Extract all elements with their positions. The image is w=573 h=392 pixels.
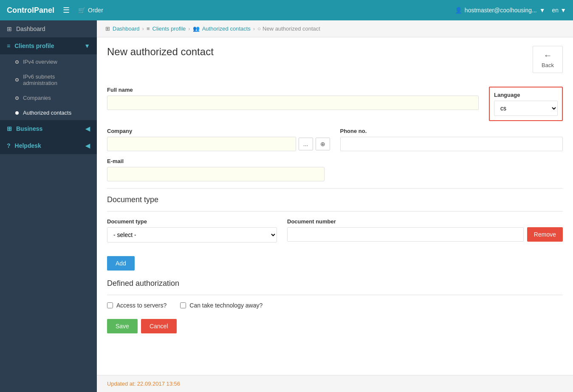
doc-number-input[interactable] bbox=[287, 227, 524, 242]
page-title: New authorized contact bbox=[107, 46, 214, 58]
breadcrumb-icon-clients: ≡ bbox=[147, 25, 150, 32]
add-button[interactable]: Add bbox=[107, 256, 135, 271]
lang-arrow-icon: ▼ bbox=[560, 7, 566, 14]
group-doc-type: Document type - select - Passport ID Car… bbox=[107, 218, 277, 249]
take-technology-text: Can take technology away? bbox=[189, 302, 263, 309]
sidebar-business-label: Business bbox=[16, 125, 42, 132]
footer: Updated at: 22.09.2017 13:56 bbox=[97, 375, 573, 392]
clients-profile-icon: ≡ bbox=[7, 42, 10, 49]
email-input[interactable] bbox=[107, 167, 325, 181]
sidebar: ⊞ Dashboard ≡ Clients profile ▼ IPv4 ove… bbox=[0, 20, 97, 392]
divider-1 bbox=[107, 188, 563, 189]
helpdesk-arrow-icon: ◀ bbox=[85, 142, 90, 149]
sidebar-item-authorized-contacts[interactable]: Authorized contacts bbox=[0, 105, 97, 120]
phone-input[interactable] bbox=[340, 137, 563, 151]
content-header: New authorized contact ← Back bbox=[97, 37, 573, 80]
fullname-label: Full name bbox=[107, 87, 479, 93]
order-label: Order bbox=[88, 7, 103, 14]
breadcrumb-clients-profile[interactable]: Clients profile bbox=[152, 25, 186, 32]
sidebar-ipv6-label: IPv6 subnets administration bbox=[23, 73, 90, 86]
access-servers-label[interactable]: Access to servers? bbox=[107, 302, 167, 309]
navbar-right: 👤 hostmaster@coolhousing... ▼ en ▼ bbox=[455, 7, 566, 14]
authorized-contacts-dot-icon bbox=[15, 111, 19, 115]
main-layout: ⊞ Dashboard ≡ Clients profile ▼ IPv4 ove… bbox=[0, 20, 573, 392]
doc-number-row: Remove bbox=[287, 227, 563, 242]
navbar: ControlPanel ☰ 🛒 Order 👤 hostmaster@cool… bbox=[0, 0, 573, 20]
document-type-section-title: Document type bbox=[107, 195, 563, 204]
row-company-phone: Company ... ⊕ Phone no. bbox=[107, 128, 563, 151]
sidebar-item-clients-profile[interactable]: ≡ Clients profile ▼ bbox=[0, 37, 97, 54]
company-plus-button[interactable]: ⊕ bbox=[316, 138, 330, 150]
doc-type-row: - select - Passport ID Card Driving Lice… bbox=[107, 227, 277, 243]
sidebar-item-helpdesk[interactable]: ? Helpdesk ◀ bbox=[0, 137, 97, 154]
group-email: E-mail bbox=[107, 158, 325, 181]
sidebar-item-business[interactable]: ⊞ Business ◀ bbox=[0, 120, 97, 137]
breadcrumb-sep-1: › bbox=[142, 25, 144, 32]
language-selector[interactable]: en ▼ bbox=[552, 7, 566, 14]
language-select[interactable]: cs en de sk bbox=[494, 101, 558, 116]
back-label: Back bbox=[542, 62, 554, 68]
order-link[interactable]: 🛒 Order bbox=[78, 7, 103, 14]
business-icon: ⊞ bbox=[7, 125, 12, 132]
dashboard-icon: ⊞ bbox=[7, 25, 12, 32]
sidebar-item-dashboard[interactable]: ⊞ Dashboard bbox=[0, 20, 97, 37]
sidebar-helpdesk-label: Helpdesk bbox=[15, 142, 41, 149]
access-servers-checkbox[interactable] bbox=[107, 302, 113, 308]
cancel-button[interactable]: Cancel bbox=[141, 319, 177, 333]
menu-icon[interactable]: ☰ bbox=[63, 6, 70, 15]
breadcrumb-dashboard[interactable]: Dashboard bbox=[113, 25, 140, 32]
language-label: Language bbox=[494, 92, 558, 98]
doc-number-label: Document number bbox=[287, 218, 563, 225]
row-email: E-mail bbox=[107, 158, 563, 181]
back-button[interactable]: ← Back bbox=[533, 46, 563, 73]
order-cart-icon: 🛒 bbox=[78, 7, 85, 14]
defined-auth-title: Defined authorization bbox=[107, 279, 563, 288]
sidebar-companies-label: Companies bbox=[23, 95, 51, 101]
breadcrumb-sep-3: › bbox=[253, 25, 255, 32]
save-button[interactable]: Save bbox=[107, 319, 138, 333]
sidebar-item-ipv6[interactable]: IPv6 subnets administration bbox=[0, 69, 97, 90]
language-section: Language cs en de sk bbox=[489, 87, 563, 121]
updated-label: Updated at: 22.09.2017 13:56 bbox=[107, 381, 180, 387]
take-technology-label[interactable]: Can take technology away? bbox=[180, 302, 263, 309]
lang-label: en bbox=[552, 7, 559, 14]
clients-arrow-icon: ▼ bbox=[84, 42, 90, 49]
doc-type-select[interactable]: - select - Passport ID Card Driving Lice… bbox=[107, 227, 277, 243]
group-phone: Phone no. bbox=[340, 128, 563, 151]
ipv6-dot-icon bbox=[15, 78, 19, 82]
brand-logo: ControlPanel bbox=[7, 6, 54, 15]
user-menu[interactable]: 👤 hostmaster@coolhousing... ▼ bbox=[455, 7, 545, 14]
phone-label: Phone no. bbox=[340, 128, 563, 134]
company-input[interactable] bbox=[107, 137, 296, 151]
breadcrumb-icon-dashboard: ⊞ bbox=[105, 25, 110, 32]
company-dots-button[interactable]: ... bbox=[299, 138, 313, 150]
business-arrow-icon: ◀ bbox=[85, 125, 90, 132]
breadcrumb: ⊞ Dashboard › ≡ Clients profile › 👥 Auth… bbox=[97, 20, 573, 37]
breadcrumb-icon-new: ○ bbox=[257, 25, 261, 32]
group-company: Company ... ⊕ bbox=[107, 128, 330, 151]
group-fullname: Full name bbox=[107, 87, 479, 110]
user-email: hostmaster@coolhousing... bbox=[465, 7, 537, 14]
sidebar-item-companies[interactable]: Companies bbox=[0, 90, 97, 105]
user-icon: 👤 bbox=[455, 7, 462, 14]
row-document: Document type - select - Passport ID Car… bbox=[107, 218, 563, 249]
fullname-input[interactable] bbox=[107, 96, 479, 110]
row-fullname-language: Full name Language cs en de sk bbox=[107, 87, 563, 121]
divider-3 bbox=[107, 295, 563, 295]
doc-type-label: Document type bbox=[107, 218, 277, 225]
breadcrumb-icon-contacts: 👥 bbox=[193, 25, 200, 32]
form-area: Full name Language cs en de sk bbox=[97, 80, 573, 340]
companies-dot-icon bbox=[15, 96, 19, 100]
action-row: Save Cancel bbox=[107, 319, 563, 333]
remove-button[interactable]: Remove bbox=[527, 227, 563, 242]
sidebar-clients-label: Clients profile bbox=[14, 42, 54, 49]
breadcrumb-authorized-contacts[interactable]: Authorized contacts bbox=[202, 25, 251, 32]
sidebar-authorized-contacts-label: Authorized contacts bbox=[23, 110, 71, 116]
back-arrow-icon: ← bbox=[544, 51, 552, 60]
checkbox-row: Access to servers? Can take technology a… bbox=[107, 302, 563, 309]
company-row: ... ⊕ bbox=[107, 137, 330, 151]
sidebar-ipv4-label: IPv4 overview bbox=[23, 59, 57, 65]
take-technology-checkbox[interactable] bbox=[180, 302, 186, 308]
main-content: ⊞ Dashboard › ≡ Clients profile › 👥 Auth… bbox=[97, 20, 573, 392]
sidebar-item-ipv4[interactable]: IPv4 overview bbox=[0, 54, 97, 69]
